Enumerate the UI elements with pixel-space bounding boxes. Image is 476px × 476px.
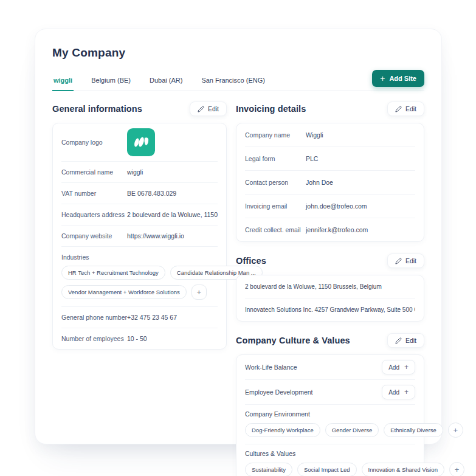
add-site-button[interactable]: + Add Site: [372, 70, 424, 87]
field-value: 10 - 50: [127, 335, 147, 342]
add-environment-chip-button[interactable]: +: [448, 423, 463, 438]
field-label: Headquarters address: [61, 211, 127, 218]
field-label: Company logo: [61, 139, 127, 146]
field-row-headquarters-address: Headquarters address 2 boulevard de la W…: [61, 204, 218, 226]
pencil-icon: [198, 106, 204, 112]
field-label: Invoicing email: [245, 202, 306, 210]
tabs-bar: wiggli Belgium (BE) Dubai (AR) San Franc…: [52, 72, 424, 91]
culture-edit-button[interactable]: Edit: [387, 333, 424, 348]
culture-label: Work-Life Balance: [245, 364, 297, 371]
right-column: Invoicing details Edit Company name Wigg…: [236, 101, 424, 476]
field-label: General phone number: [61, 314, 127, 321]
culture-section-title: Company Culture & Values: [236, 336, 350, 345]
industry-chip: HR Tech + Recruitment Technology: [61, 266, 165, 280]
culture-card: Work-Life Balance Add + Employee Develop…: [236, 354, 424, 476]
culture-label: Cultures & Values: [245, 450, 415, 457]
edit-label: Edit: [405, 257, 416, 264]
offices-section-title: Offices: [236, 256, 266, 266]
tab-san-francisco[interactable]: San Francisco (ENG): [200, 72, 266, 91]
page-title: My Company: [52, 46, 424, 60]
culture-label: Company Environment: [245, 410, 415, 418]
field-label: Contact person: [245, 179, 306, 186]
field-value: BE 0678.483.029: [127, 190, 176, 197]
office-address: 2 boulevard de la Woluwe, 1150 Brussels,…: [245, 283, 382, 290]
field-value: John Doe: [306, 179, 333, 186]
field-label: Company website: [61, 232, 127, 240]
add-values-chip-button[interactable]: +: [449, 462, 464, 476]
field-label: Credit collect. email: [245, 226, 306, 233]
field-row-commercial-name: Commercial name wiggli: [61, 162, 218, 183]
field-row-company-name: Company name Wiggli: [245, 123, 415, 147]
field-row-phone: General phone number +32 475 23 45 67: [61, 307, 218, 328]
plus-icon: +: [404, 363, 409, 371]
edit-label: Edit: [208, 105, 219, 112]
field-value: 2 boulevard de la Woluwe, 1150 Brussels,…: [127, 211, 218, 218]
add-industry-button[interactable]: +: [191, 285, 207, 300]
invoicing-edit-button[interactable]: Edit: [387, 102, 424, 116]
field-label: Legal form: [245, 155, 306, 162]
industries-row: Industries HR Tech + Recruitment Technol…: [61, 247, 218, 307]
office-row: 2 boulevard de la Woluwe, 1150 Brussels,…: [245, 275, 415, 298]
field-label: Number of employees: [61, 335, 127, 342]
offices-card: 2 boulevard de la Woluwe, 1150 Brussels,…: [236, 275, 424, 322]
culture-chip: Ethnically Diverse: [384, 423, 443, 437]
pencil-icon: [395, 337, 402, 344]
field-row-contact-person: Contact person John Doe: [245, 171, 415, 195]
edit-label: Edit: [405, 337, 416, 344]
add-label: Add: [388, 389, 399, 396]
general-section-title: General informations: [52, 104, 142, 114]
general-column: General informations Edit Company logo: [52, 101, 227, 476]
culture-label: Employee Development: [245, 388, 312, 396]
my-company-panel: My Company wiggli Belgium (BE) Dubai (AR…: [35, 29, 442, 444]
company-logo-row: Company logo: [61, 123, 218, 162]
add-site-label: Add Site: [389, 75, 416, 82]
office-address: Innovatech Solutions Inc. 4257 Grandview…: [245, 306, 415, 313]
field-value: wiggli: [127, 168, 143, 176]
plus-icon: +: [404, 388, 409, 396]
pencil-icon: [395, 258, 402, 264]
add-work-life-balance-button[interactable]: Add +: [382, 360, 415, 374]
field-value: +32 475 23 45 67: [127, 314, 177, 321]
general-edit-button[interactable]: Edit: [190, 102, 227, 116]
edit-label: Edit: [405, 105, 416, 112]
field-value: john.doe@trofeo.com: [306, 202, 367, 210]
field-row-company-website: Company website https://www.wiggli.io: [61, 226, 218, 247]
culture-chip: Social Impact Led: [297, 463, 357, 476]
field-value: Wiggli: [306, 131, 323, 139]
office-row: Innovatech Solutions Inc. 4257 Grandview…: [245, 298, 415, 321]
field-value: https://www.wiggli.io: [127, 232, 184, 240]
field-row-employees: Number of employees 10 - 50: [61, 328, 218, 349]
field-label: Commercial name: [61, 168, 127, 176]
add-label: Add: [388, 364, 399, 371]
field-value: jennifer.k@trofeo.com: [306, 226, 368, 233]
field-value: PLC: [306, 155, 318, 162]
culture-row-cultures-values: Cultures & Values Sustainability Social …: [245, 444, 415, 476]
company-logo: [127, 128, 155, 156]
field-label: Industries: [61, 254, 218, 261]
culture-chip: Innovation & Shared Vision: [362, 463, 444, 476]
tab-wiggli[interactable]: wiggli: [52, 72, 74, 91]
culture-chip: Sustainability: [245, 463, 292, 476]
pencil-icon: [395, 106, 402, 112]
invoicing-card: Company name Wiggli Legal form PLC Conta…: [236, 123, 424, 242]
field-row-legal-form: Legal form PLC: [245, 147, 415, 171]
tab-dubai[interactable]: Dubai (AR): [148, 72, 184, 91]
general-card: Company logo Commercial nam: [52, 123, 227, 350]
field-label: VAT number: [61, 190, 127, 197]
culture-chip: Dog-Friendly Workplace: [245, 423, 320, 437]
culture-row-work-life-balance: Work-Life Balance Add +: [245, 355, 415, 380]
field-row-credit-email: Credit collect. email jennifer.k@trofeo.…: [245, 218, 415, 241]
field-row-invoicing-email: Invoicing email john.doe@trofeo.com: [245, 195, 415, 218]
invoicing-section-title: Invoicing details: [236, 104, 306, 114]
industry-chip: Vendor Management + Workforce Solutions: [61, 285, 187, 299]
tab-belgium[interactable]: Belgium (BE): [90, 72, 132, 91]
field-row-vat-number: VAT number BE 0678.483.029: [61, 183, 218, 204]
culture-row-employee-development: Employee Development Add +: [245, 380, 415, 405]
add-employee-development-button[interactable]: Add +: [382, 385, 415, 399]
offices-edit-button[interactable]: Edit: [387, 254, 424, 268]
culture-row-company-environment: Company Environment Dog-Friendly Workpla…: [245, 405, 415, 444]
field-label: Company name: [245, 131, 306, 139]
plus-icon: +: [380, 75, 385, 81]
culture-chip: Gender Diverse: [325, 423, 379, 437]
